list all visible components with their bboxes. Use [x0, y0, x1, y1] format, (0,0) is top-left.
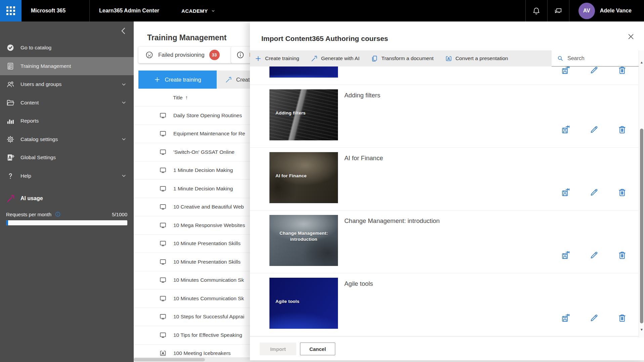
table-row-title: 10 Minutes Communication Sk — [173, 296, 244, 302]
row-actions — [561, 251, 627, 260]
edit-button[interactable] — [589, 66, 599, 75]
failed-provisioning-chip[interactable]: Failed provisioning 33 — [138, 47, 232, 63]
import-icon — [561, 313, 570, 323]
import-submit-button[interactable]: Import — [260, 343, 296, 355]
ai-usage-header: AI usage — [6, 194, 43, 203]
import-button[interactable] — [561, 251, 570, 260]
create-training-button[interactable]: Create training — [138, 71, 217, 89]
sidebar-item-label: Training Management — [20, 63, 71, 69]
edit-icon — [589, 313, 599, 323]
sidebar-item[interactable]: Reports — [0, 112, 134, 130]
magic-wand-icon — [6, 194, 15, 203]
delete-button[interactable] — [617, 66, 627, 75]
feedback-button[interactable] — [548, 0, 569, 21]
import-button[interactable] — [561, 313, 570, 323]
app-root: Microsoft 365 Learn365 Admin Center ACAD… — [0, 0, 644, 362]
top-bar: Microsoft 365 Learn365 Admin Center ACAD… — [0, 0, 644, 21]
search-input[interactable] — [567, 55, 632, 62]
toolbar-button[interactable]: Convert a presentation — [445, 55, 508, 62]
import-button[interactable] — [561, 66, 570, 75]
cancel-button[interactable]: Cancel — [300, 343, 335, 355]
bell-icon — [532, 7, 541, 15]
course-title: Agile tools — [344, 280, 373, 287]
toolbar-button[interactable]: Create training — [255, 55, 299, 62]
import-button[interactable] — [561, 125, 570, 134]
sort-ascending-icon: ↑ — [185, 95, 188, 101]
delete-button[interactable] — [617, 251, 627, 260]
toolbar-button[interactable]: Generate with AI — [311, 55, 360, 62]
import-button[interactable] — [561, 188, 570, 197]
delete-button[interactable] — [617, 188, 627, 197]
chevron-down-icon — [121, 82, 127, 87]
course-row[interactable]: Adding filters Adding filters — [250, 85, 639, 148]
course-thumbnail[interactable] — [269, 66, 338, 78]
sidebar-item-label: Catalog settings — [20, 136, 58, 142]
delete-button[interactable] — [617, 125, 627, 134]
delete-icon — [617, 125, 627, 134]
sidebar-item[interactable]: Help — [0, 167, 134, 185]
modal-toolbar: Create training Generate with AI Transfo… — [250, 50, 552, 66]
sidebar-item-icon — [6, 80, 15, 89]
course-type-icon — [159, 350, 167, 357]
scroll-down-icon[interactable]: ▼ — [639, 328, 644, 331]
course-thumbnail[interactable]: AI for Finance — [269, 152, 338, 203]
table-row-title: Daily Store Opening Routines — [173, 112, 242, 119]
sidebar: Go to catalog Training Management Users … — [0, 21, 134, 362]
sidebar-item[interactable]: Global Settings — [0, 148, 134, 167]
ai-usage-progress-fill — [6, 220, 8, 225]
sidebar-item[interactable]: Training Management — [0, 57, 134, 76]
import-icon — [561, 251, 570, 260]
sidebar-item-label: Go to catalog — [20, 45, 51, 51]
course-row-partial[interactable] — [250, 66, 639, 85]
sidebar-item[interactable]: Go to catalog — [0, 39, 134, 57]
course-thumbnail[interactable]: Change Management: introduction — [269, 215, 338, 266]
course-thumbnail[interactable]: Agile tools — [269, 278, 338, 329]
toolbar-button-icon — [311, 55, 318, 62]
course-type-icon — [159, 222, 167, 229]
tenant-label: ACADEMY — [181, 8, 208, 14]
horizontal-scrollbar-thumb[interactable] — [134, 358, 205, 361]
toolbar-button[interactable]: Transform a document — [371, 55, 433, 62]
toolbar-button-icon — [371, 55, 378, 62]
course-thumbnail[interactable]: Adding filters — [269, 89, 338, 140]
requests-value: 5/1000 — [112, 212, 127, 217]
sidebar-item[interactable]: Users and groups — [0, 75, 134, 94]
import-icon — [561, 66, 570, 75]
sidebar-nav: Go to catalog Training Management Users … — [0, 39, 134, 185]
course-type-icon — [159, 112, 167, 119]
edit-button[interactable] — [589, 188, 599, 197]
course-row[interactable]: Agile tools Agile tools — [250, 273, 639, 336]
table-row-title: 10 Tips for Effective Speaking — [173, 332, 242, 338]
edit-button[interactable] — [589, 125, 599, 134]
course-row[interactable]: Change Management: introduction Change M… — [250, 211, 639, 273]
brand-microsoft365[interactable]: Microsoft 365 — [22, 0, 90, 21]
scroll-up-icon[interactable]: ▲ — [639, 61, 644, 64]
table-header[interactable]: Title ↑ — [134, 90, 188, 105]
close-button[interactable] — [627, 32, 636, 41]
app-launcher-icon[interactable] — [0, 0, 22, 21]
table-row-title: 1 Minute Decision Making — [173, 186, 233, 192]
vertical-scrollbar-thumb[interactable] — [640, 129, 643, 323]
sidebar-item[interactable]: Catalog settings — [0, 130, 134, 149]
tenant-switcher[interactable]: ACADEMY — [181, 8, 215, 14]
sidebar-item-label: Content — [20, 100, 39, 106]
vertical-scrollbar[interactable]: ▲ ▼ — [639, 50, 644, 337]
sidebar-item[interactable]: Content — [0, 94, 134, 112]
delete-button[interactable] — [617, 313, 627, 323]
account-menu[interactable]: AV Adele Vance — [569, 3, 644, 19]
search-box[interactable] — [552, 50, 639, 66]
course-type-icon — [159, 295, 167, 302]
sidebar-item-label: Help — [20, 173, 31, 179]
info-icon[interactable] — [55, 211, 61, 217]
course-row[interactable]: AI for Finance AI for Finance — [250, 148, 639, 211]
edit-button[interactable] — [589, 313, 599, 323]
plus-icon — [154, 76, 161, 83]
brand-learn365[interactable]: Learn365 Admin Center — [90, 8, 169, 14]
notifications-button[interactable] — [526, 0, 547, 21]
edit-button[interactable] — [589, 251, 599, 260]
info-icon — [236, 51, 245, 59]
row-actions — [561, 188, 627, 197]
edit-icon — [589, 125, 599, 134]
course-type-icon — [159, 185, 167, 192]
sidebar-collapse-button[interactable] — [119, 26, 129, 36]
